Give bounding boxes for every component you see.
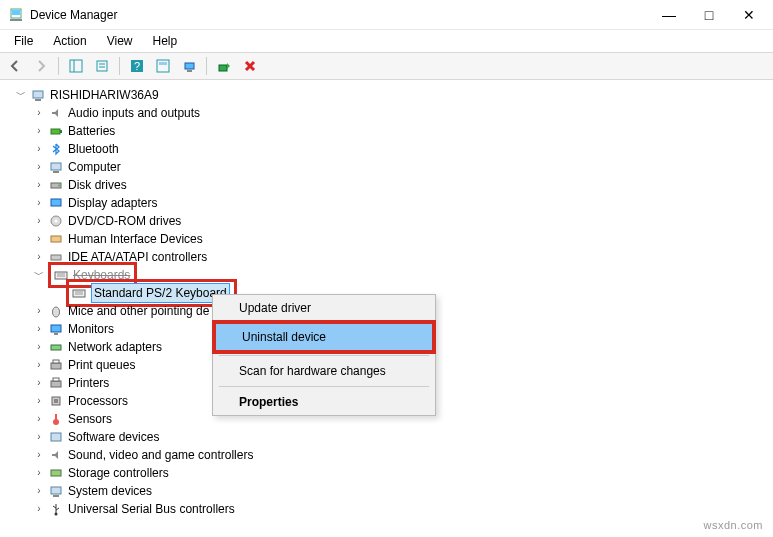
ctx-scan-hardware[interactable]: Scan for hardware changes [213, 358, 435, 384]
expand-icon[interactable]: › [32, 502, 46, 516]
expand-icon[interactable]: › [32, 376, 46, 390]
svg-rect-43 [54, 399, 58, 403]
svg-rect-26 [51, 236, 61, 242]
tree-item-system[interactable]: ›System devices [4, 482, 773, 500]
expand-icon[interactable]: › [32, 430, 46, 444]
tree-item-audio[interactable]: ›Audio inputs and outputs [4, 104, 773, 122]
menu-action[interactable]: Action [43, 32, 96, 50]
expand-icon[interactable]: › [32, 124, 46, 138]
expand-icon[interactable]: › [32, 160, 46, 174]
view-button[interactable] [152, 55, 174, 77]
properties-button[interactable] [91, 55, 113, 77]
tree-item-computer[interactable]: ›Computer [4, 158, 773, 176]
ctx-uninstall-device[interactable]: Uninstall device [216, 324, 432, 350]
collapse-icon[interactable]: ﹀ [32, 268, 46, 282]
expand-icon[interactable]: › [32, 412, 46, 426]
svg-rect-2 [10, 19, 22, 21]
expand-icon[interactable]: › [32, 178, 46, 192]
svg-point-25 [55, 220, 58, 223]
svg-rect-13 [187, 70, 192, 72]
svg-rect-14 [219, 65, 227, 71]
toolbar-separator [119, 57, 120, 75]
highlighted-ctx-row: Uninstall device [212, 320, 436, 354]
tree-item-usb[interactable]: ›Universal Serial Bus controllers [4, 500, 773, 518]
help-button[interactable]: ? [126, 55, 148, 77]
expand-icon[interactable]: › [32, 484, 46, 498]
expand-icon[interactable]: › [32, 322, 46, 336]
svg-rect-15 [33, 91, 43, 98]
svg-rect-11 [159, 62, 167, 65]
expand-icon[interactable]: › [32, 358, 46, 372]
update-driver-button[interactable] [213, 55, 235, 77]
menubar: File Action View Help [0, 30, 773, 52]
hid-icon [48, 231, 64, 247]
dvd-icon [48, 213, 64, 229]
expand-icon[interactable]: › [32, 304, 46, 318]
expand-icon[interactable]: › [32, 142, 46, 156]
svg-rect-12 [185, 63, 194, 69]
svg-rect-10 [157, 60, 169, 72]
tree-item-hid[interactable]: ›Human Interface Devices [4, 230, 773, 248]
svg-rect-1 [12, 10, 20, 15]
tree-root[interactable]: ﹀ RISHIDHARIW36A9 [4, 86, 773, 104]
usb-icon [48, 501, 64, 517]
context-menu: Update driver Uninstall device Scan for … [212, 294, 436, 416]
menu-help[interactable]: Help [143, 32, 188, 50]
scan-hw-button[interactable] [178, 55, 200, 77]
menu-view[interactable]: View [97, 32, 143, 50]
tree-item-storage[interactable]: ›Storage controllers [4, 464, 773, 482]
ctx-update-driver[interactable]: Update driver [213, 295, 435, 321]
svg-rect-45 [55, 414, 57, 420]
uninstall-button[interactable] [239, 55, 261, 77]
expand-icon[interactable]: › [32, 196, 46, 210]
svg-rect-5 [97, 61, 107, 71]
battery-icon [48, 123, 64, 139]
sound-icon [48, 447, 64, 463]
forward-button[interactable] [30, 55, 52, 77]
expand-icon[interactable]: › [32, 340, 46, 354]
svg-rect-37 [51, 345, 61, 350]
expand-icon[interactable]: › [32, 232, 46, 246]
sensor-icon [48, 411, 64, 427]
svg-rect-49 [53, 495, 59, 497]
software-icon [48, 429, 64, 445]
svg-rect-20 [53, 171, 59, 173]
expand-icon[interactable]: › [32, 466, 46, 480]
toolbar-separator [206, 57, 207, 75]
ctx-separator [219, 355, 429, 356]
tree-item-software[interactable]: ›Software devices [4, 428, 773, 446]
show-hide-tree-button[interactable] [65, 55, 87, 77]
watermark: wsxdn.com [703, 519, 763, 531]
network-icon [48, 339, 64, 355]
svg-rect-47 [51, 470, 61, 476]
svg-text:?: ? [134, 60, 140, 72]
maximize-button[interactable]: □ [689, 1, 729, 29]
tree-item-batteries[interactable]: ›Batteries [4, 122, 773, 140]
ctx-properties[interactable]: Properties [213, 389, 435, 415]
tree-item-dvd[interactable]: ›DVD/CD-ROM drives [4, 212, 773, 230]
disk-icon [48, 177, 64, 193]
svg-point-22 [58, 185, 60, 187]
svg-rect-39 [53, 360, 59, 363]
audio-icon [48, 105, 64, 121]
expand-icon[interactable]: › [32, 250, 46, 264]
expand-icon[interactable]: ﹀ [14, 88, 28, 102]
menu-file[interactable]: File [4, 32, 43, 50]
ctx-separator [219, 386, 429, 387]
expand-icon[interactable]: › [32, 214, 46, 228]
expand-icon[interactable]: › [32, 394, 46, 408]
keyboard-icon [71, 285, 87, 301]
tree-item-display-adapters[interactable]: ›Display adapters [4, 194, 773, 212]
minimize-button[interactable]: — [649, 1, 689, 29]
selected-device-label: Standard PS/2 Keyboard [91, 283, 230, 303]
expand-icon[interactable]: › [32, 106, 46, 120]
svg-point-34 [53, 307, 60, 317]
monitor-icon [48, 321, 64, 337]
tree-item-bluetooth[interactable]: ›Bluetooth [4, 140, 773, 158]
svg-point-50 [55, 513, 58, 516]
back-button[interactable] [4, 55, 26, 77]
close-button[interactable]: ✕ [729, 1, 769, 29]
tree-item-disk-drives[interactable]: ›Disk drives [4, 176, 773, 194]
expand-icon[interactable]: › [32, 448, 46, 462]
tree-item-sound[interactable]: ›Sound, video and game controllers [4, 446, 773, 464]
